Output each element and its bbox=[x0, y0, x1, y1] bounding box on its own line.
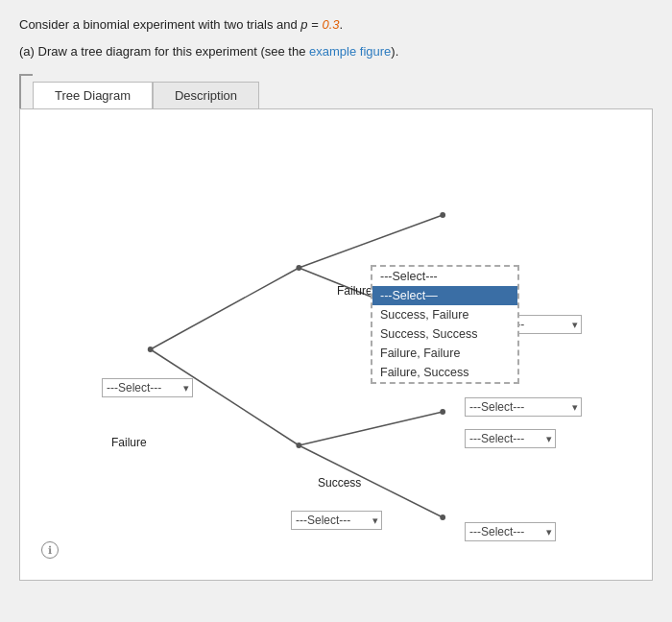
svg-line-1 bbox=[151, 349, 300, 445]
svg-line-2 bbox=[299, 215, 443, 268]
mid-select[interactable]: ---Select--- Success, Failure Success, S… bbox=[465, 397, 582, 417]
mid-select-wrapper[interactable]: ---Select--- Success, Failure Success, S… bbox=[465, 397, 582, 417]
tree-area: Failure Failure Success ---Select--- Suc… bbox=[30, 119, 642, 570]
tab-tree-diagram-label: Tree Diagram bbox=[55, 88, 131, 103]
popup-item-1[interactable]: ---Select— bbox=[372, 286, 517, 305]
p-label: p bbox=[300, 17, 307, 32]
tree-svg bbox=[30, 119, 642, 570]
info-icon[interactable]: ℹ bbox=[41, 541, 59, 559]
equals: = bbox=[308, 17, 323, 32]
mid-bottom-select-wrapper[interactable]: ---Select--- Success Failure bbox=[291, 511, 382, 530]
popup-item-2[interactable]: Success, Failure bbox=[372, 305, 517, 324]
root-select-wrapper[interactable]: ---Select--- Success Failure bbox=[102, 378, 193, 397]
root-select[interactable]: ---Select--- Success Failure bbox=[102, 378, 193, 397]
mid-bottom-select[interactable]: ---Select--- Success Failure bbox=[291, 511, 382, 530]
bot-bot-select-wrapper[interactable]: ---Select--- Success Failure bbox=[465, 522, 556, 541]
svg-point-8 bbox=[296, 443, 301, 448]
intro-text-1: Consider a binomial experiment with two … bbox=[19, 17, 300, 32]
bot-top-select-wrapper[interactable]: ---Select--- Success Failure bbox=[465, 429, 556, 448]
tab-description-label: Description bbox=[175, 88, 237, 103]
question-line: (a) Draw a tree diagram for this experim… bbox=[19, 42, 653, 61]
p-value: 0.3 bbox=[322, 17, 339, 32]
popup-item-5[interactable]: Failure, Success bbox=[372, 363, 517, 382]
svg-point-12 bbox=[440, 514, 445, 520]
popup-item-3[interactable]: Success, Success bbox=[372, 324, 517, 344]
label-failure-bottom: Failure bbox=[111, 436, 147, 449]
info-icon-symbol: ℹ bbox=[48, 544, 52, 557]
popup-item-4[interactable]: Failure, Failure bbox=[372, 344, 517, 363]
example-figure-link[interactable]: example figure bbox=[309, 44, 391, 59]
intro-line1: Consider a binomial experiment with two … bbox=[19, 15, 653, 35]
dropdown-popup: ---Select--- ---Select— Success, Failure… bbox=[371, 265, 519, 384]
tab-bracket bbox=[19, 74, 33, 108]
svg-point-11 bbox=[440, 409, 445, 415]
tabs-container: Tree Diagram Description bbox=[19, 74, 653, 108]
svg-line-0 bbox=[151, 268, 300, 349]
tab-tree-diagram[interactable]: Tree Diagram bbox=[33, 82, 153, 108]
svg-point-7 bbox=[296, 265, 301, 271]
svg-point-9 bbox=[440, 212, 445, 218]
label-success-bottom: Success bbox=[318, 476, 361, 490]
bot-top-select[interactable]: ---Select--- Success Failure bbox=[465, 429, 556, 448]
label-failure-top: Failure bbox=[337, 284, 372, 298]
question-prefix: (a) Draw a tree diagram for this experim… bbox=[19, 44, 309, 59]
svg-line-4 bbox=[299, 412, 443, 445]
bot-bot-select[interactable]: ---Select--- Success Failure bbox=[465, 522, 556, 541]
page: Consider a binomial experiment with two … bbox=[0, 0, 672, 622]
popup-item-0[interactable]: ---Select--- bbox=[372, 267, 517, 286]
tab-description[interactable]: Description bbox=[153, 82, 259, 108]
tab-content: Failure Failure Success ---Select--- Suc… bbox=[19, 108, 653, 581]
period: . bbox=[340, 17, 344, 32]
question-suffix: ). bbox=[391, 44, 398, 59]
svg-point-6 bbox=[148, 347, 154, 352]
